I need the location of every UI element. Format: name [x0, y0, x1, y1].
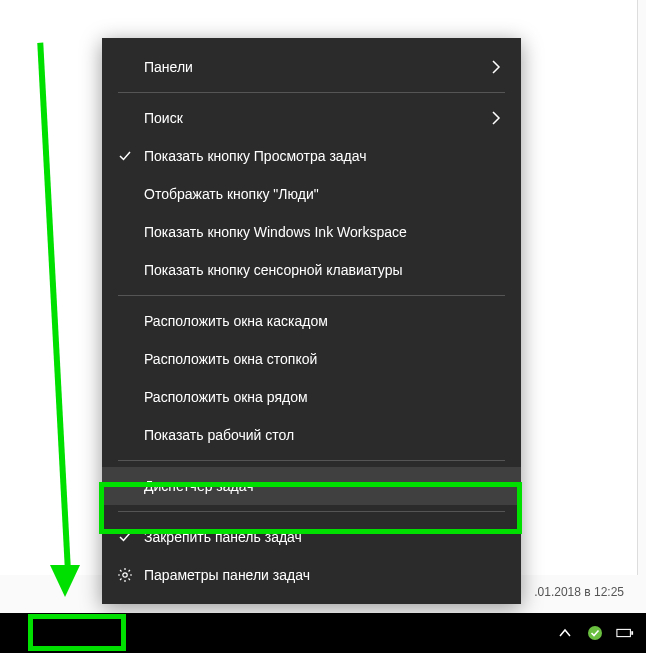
menu-label: Поиск — [144, 110, 487, 126]
svg-point-1 — [588, 626, 602, 640]
menu-item-task-manager[interactable]: Диспетчер задач — [102, 467, 521, 505]
chevron-up-icon[interactable] — [556, 624, 574, 642]
chevron-right-icon — [487, 58, 505, 76]
menu-label: Расположить окна рядом — [144, 389, 505, 405]
menu-label: Панели — [144, 59, 487, 75]
menu-label: Показать кнопку Просмотра задач — [144, 148, 505, 164]
menu-item-sidebyside[interactable]: Расположить окна рядом — [102, 378, 521, 416]
menu-label: Показать кнопку сенсорной клавиатуры — [144, 262, 505, 278]
menu-label: Расположить окна каскадом — [144, 313, 505, 329]
menu-label: Расположить окна стопкой — [144, 351, 505, 367]
gear-icon — [116, 566, 134, 584]
battery-icon[interactable] — [616, 624, 634, 642]
check-icon — [116, 147, 134, 165]
menu-label: Показать рабочий стол — [144, 427, 505, 443]
menu-item-people-button[interactable]: Отображать кнопку "Люди" — [102, 175, 521, 213]
svg-point-0 — [123, 573, 127, 577]
chevron-right-icon — [487, 109, 505, 127]
svg-rect-3 — [631, 631, 633, 635]
menu-item-stacked[interactable]: Расположить окна стопкой — [102, 340, 521, 378]
menu-separator — [118, 92, 505, 93]
status-ok-icon[interactable] — [586, 624, 604, 642]
background-timestamp: .01.2018 в 12:25 — [534, 585, 624, 599]
menu-item-search[interactable]: Поиск — [102, 99, 521, 137]
menu-item-touch-keyboard[interactable]: Показать кнопку сенсорной клавиатуры — [102, 251, 521, 289]
menu-separator — [118, 460, 505, 461]
check-icon — [116, 528, 134, 546]
menu-item-panels[interactable]: Панели — [102, 48, 521, 86]
menu-item-show-desktop[interactable]: Показать рабочий стол — [102, 416, 521, 454]
menu-label: Отображать кнопку "Люди" — [144, 186, 505, 202]
menu-item-windows-ink[interactable]: Показать кнопку Windows Ink Workspace — [102, 213, 521, 251]
menu-separator — [118, 511, 505, 512]
menu-item-taskbar-settings[interactable]: Параметры панели задач — [102, 556, 521, 594]
menu-label: Диспетчер задач — [144, 478, 505, 494]
taskbar[interactable] — [0, 613, 646, 653]
menu-item-task-view-button[interactable]: Показать кнопку Просмотра задач — [102, 137, 521, 175]
menu-item-lock-taskbar[interactable]: Закрепить панель задач — [102, 518, 521, 556]
svg-rect-2 — [617, 629, 631, 636]
menu-label: Показать кнопку Windows Ink Workspace — [144, 224, 505, 240]
menu-label: Параметры панели задач — [144, 567, 505, 583]
menu-item-cascade[interactable]: Расположить окна каскадом — [102, 302, 521, 340]
taskbar-context-menu: Панели Поиск Показать кнопку Просмотра з… — [102, 38, 521, 604]
menu-separator — [118, 295, 505, 296]
system-tray — [556, 624, 646, 642]
menu-label: Закрепить панель задач — [144, 529, 505, 545]
